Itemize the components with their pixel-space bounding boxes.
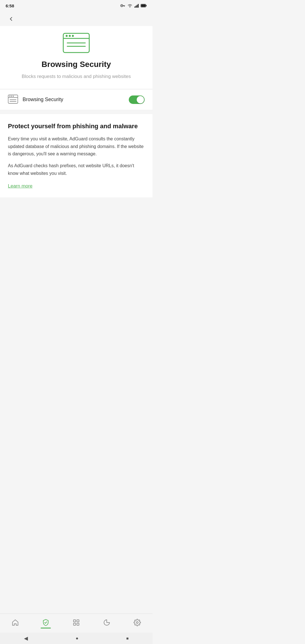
content-paragraph-1: Every time you visit a website, AdGuard … bbox=[8, 135, 145, 158]
svg-rect-6 bbox=[134, 6, 135, 8]
svg-point-15 bbox=[66, 35, 68, 37]
svg-rect-2 bbox=[123, 5, 125, 6]
back-chevron-icon bbox=[8, 16, 14, 22]
svg-rect-8 bbox=[137, 5, 138, 8]
status-icons bbox=[120, 4, 147, 8]
svg-rect-12 bbox=[141, 5, 146, 7]
browser-small-icon bbox=[8, 95, 18, 104]
browser-security-icon bbox=[62, 32, 90, 54]
learn-more-link[interactable]: Learn more bbox=[8, 183, 32, 189]
svg-point-24 bbox=[13, 95, 14, 97]
wifi-icon bbox=[127, 4, 133, 8]
svg-rect-4 bbox=[124, 6, 124, 6]
status-time: 6:58 bbox=[6, 3, 14, 8]
hero-icon-wrap bbox=[62, 32, 90, 54]
svg-rect-9 bbox=[138, 4, 139, 8]
svg-rect-11 bbox=[146, 5, 147, 6]
toggle-row-icon bbox=[8, 95, 18, 105]
svg-point-22 bbox=[9, 95, 10, 97]
back-button[interactable] bbox=[0, 10, 22, 26]
hero-section: Browsing Security Blocks requests to mal… bbox=[0, 26, 152, 89]
content-heading: Protect yourself from phishing and malwa… bbox=[8, 122, 145, 130]
status-bar: 6:58 bbox=[0, 0, 152, 10]
content-paragraph-2: As AdGuard checks hash prefixes, not web… bbox=[8, 162, 145, 177]
content-section: Protect yourself from phishing and malwa… bbox=[0, 114, 152, 198]
toggle-label: Browsing Security bbox=[23, 97, 129, 103]
page-title: Browsing Security bbox=[42, 60, 111, 69]
signal-icon bbox=[134, 4, 139, 8]
svg-point-16 bbox=[69, 35, 71, 37]
toggle-knob bbox=[137, 96, 144, 103]
svg-point-5 bbox=[130, 7, 130, 8]
svg-point-23 bbox=[11, 95, 12, 97]
key-icon bbox=[120, 4, 125, 8]
browsing-security-toggle[interactable] bbox=[129, 95, 145, 104]
svg-rect-3 bbox=[124, 6, 125, 7]
svg-rect-7 bbox=[136, 6, 136, 8]
svg-point-1 bbox=[121, 5, 122, 6]
browsing-security-toggle-row: Browsing Security bbox=[0, 89, 152, 110]
hero-subtitle: Blocks requests to malicious and phishin… bbox=[22, 73, 131, 80]
svg-point-17 bbox=[72, 35, 74, 37]
battery-icon bbox=[141, 4, 147, 7]
